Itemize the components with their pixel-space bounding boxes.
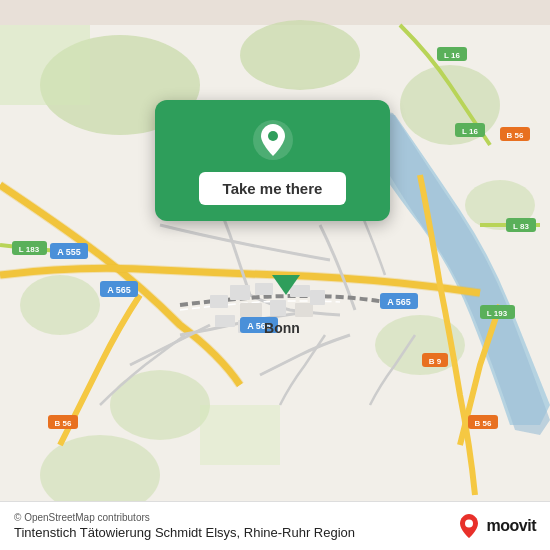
location-popup: Take me there	[155, 100, 390, 221]
map-container: A 555 A 565 A 565 A 565 L 16 L 16 L 183 …	[0, 0, 550, 550]
moovit-logo: moovit	[455, 512, 536, 540]
take-me-there-button[interactable]: Take me there	[199, 172, 347, 205]
svg-rect-15	[210, 295, 228, 308]
svg-text:Bonn: Bonn	[264, 320, 300, 336]
svg-rect-12	[255, 283, 273, 295]
svg-text:B 56: B 56	[55, 419, 72, 428]
location-pin-icon	[251, 118, 295, 162]
svg-text:L 183: L 183	[19, 245, 40, 254]
svg-text:B 56: B 56	[507, 131, 524, 140]
svg-text:L 16: L 16	[444, 51, 460, 60]
svg-text:A 565: A 565	[387, 297, 411, 307]
moovit-text: moovit	[487, 517, 536, 535]
moovit-pin-icon	[455, 512, 483, 540]
svg-rect-9	[200, 405, 280, 465]
svg-rect-4	[0, 25, 90, 105]
svg-rect-14	[270, 300, 286, 316]
svg-text:L 83: L 83	[513, 222, 529, 231]
svg-rect-13	[240, 303, 262, 317]
popup-tail	[272, 275, 300, 295]
svg-text:B 9: B 9	[429, 357, 442, 366]
svg-point-49	[268, 131, 278, 141]
bottom-bar: © OpenStreetMap contributors Tintenstich…	[0, 501, 550, 550]
svg-text:L 16: L 16	[462, 127, 478, 136]
osm-credit: © OpenStreetMap contributors	[14, 512, 355, 523]
svg-point-2	[240, 20, 360, 90]
svg-text:B 56: B 56	[475, 419, 492, 428]
svg-rect-18	[310, 290, 325, 305]
bottom-info: © OpenStreetMap contributors Tintenstich…	[14, 512, 355, 540]
svg-rect-11	[230, 285, 250, 300]
place-name: Tintenstich Tätowierung Schmidt Elsys, R…	[14, 525, 355, 540]
svg-text:A 555: A 555	[57, 247, 81, 257]
svg-rect-17	[295, 303, 313, 317]
svg-point-50	[465, 520, 473, 528]
svg-text:A 565: A 565	[107, 285, 131, 295]
svg-text:L 193: L 193	[487, 309, 508, 318]
svg-rect-19	[215, 315, 235, 327]
svg-point-5	[20, 275, 100, 335]
